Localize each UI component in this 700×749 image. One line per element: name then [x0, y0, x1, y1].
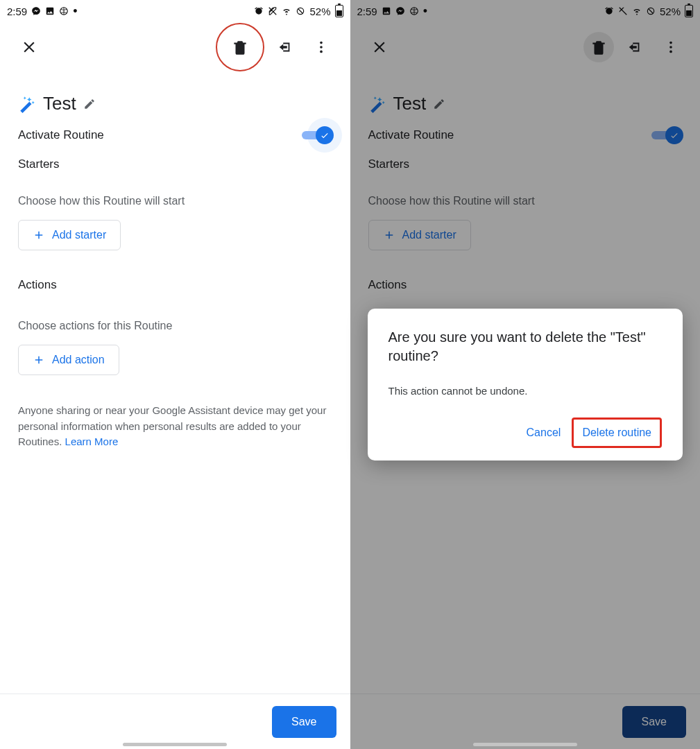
messenger-icon — [395, 6, 405, 16]
actions-heading: Actions — [18, 278, 332, 292]
save-button[interactable]: Save — [622, 706, 686, 738]
messenger-icon — [31, 6, 41, 16]
add-starter-label: Add starter — [52, 229, 106, 241]
add-starter-button[interactable]: Add starter — [368, 220, 471, 250]
footer-bar: Save — [0, 694, 350, 749]
nav-handle[interactable] — [473, 743, 577, 746]
save-button[interactable]: Save — [272, 706, 336, 738]
svg-point-3 — [320, 46, 323, 49]
close-button[interactable] — [364, 32, 395, 62]
overflow-button[interactable] — [656, 32, 686, 62]
routine-name: Test — [393, 93, 427, 114]
check-icon — [669, 130, 679, 140]
learn-more-link[interactable]: Learn More — [65, 436, 119, 447]
close-button[interactable] — [14, 32, 44, 62]
pencil-icon[interactable] — [83, 98, 96, 110]
status-time: 2:59 — [7, 6, 27, 17]
delete-routine-button[interactable]: Delete routine — [572, 417, 662, 448]
activate-row: Activate Routine — [18, 127, 332, 144]
no-signal-icon — [646, 6, 656, 16]
screen-delete-dialog: 2:59 • 52% — [350, 0, 701, 749]
screen-edit-routine: 2:59 • 52% — [0, 0, 350, 749]
app-bar — [0, 22, 350, 72]
disclaimer-text: Anyone sharing or near your Google Assis… — [18, 403, 332, 450]
actions-heading: Actions — [368, 278, 683, 292]
add-starter-button[interactable]: Add starter — [18, 220, 121, 250]
add-action-button[interactable]: Add action — [18, 345, 119, 375]
cancel-button[interactable]: Cancel — [521, 417, 567, 448]
add-to-home-icon — [278, 40, 293, 55]
nav-handle[interactable] — [123, 743, 227, 746]
status-time: 2:59 — [357, 6, 377, 17]
pencil-icon[interactable] — [433, 98, 445, 110]
shortcut-button[interactable] — [620, 32, 650, 62]
vibrate-icon — [268, 6, 278, 16]
plus-icon — [383, 229, 395, 241]
activate-toggle[interactable] — [651, 127, 682, 144]
trash-icon — [231, 38, 249, 56]
status-bar: 2:59 • 52% — [0, 0, 350, 22]
battery-icon — [685, 5, 693, 17]
app-bar — [350, 22, 701, 72]
routine-title-row: Test — [18, 93, 332, 114]
add-to-home-icon — [627, 40, 642, 55]
sports-icon — [59, 6, 69, 16]
check-icon — [320, 130, 330, 140]
delete-button[interactable] — [225, 32, 255, 62]
gallery-icon — [45, 6, 55, 16]
battery-percent: 52% — [309, 6, 330, 17]
delete-button[interactable] — [583, 32, 614, 62]
annotation-circle — [216, 23, 264, 71]
more-notifications-icon: • — [73, 5, 77, 17]
battery-percent: 52% — [660, 6, 681, 17]
delete-confirm-dialog: Are you sure you want to delete the "Tes… — [368, 309, 683, 460]
alarm-icon — [254, 6, 264, 16]
starters-hint: Choose how this Routine will start — [368, 195, 683, 207]
alarm-icon — [604, 6, 614, 16]
more-vert-icon — [314, 40, 329, 55]
status-bar: 2:59 • 52% — [350, 0, 701, 22]
add-action-label: Add action — [52, 354, 105, 366]
svg-point-9 — [669, 51, 672, 53]
activate-row: Activate Routine — [368, 127, 683, 144]
activate-toggle[interactable] — [302, 127, 332, 144]
magic-wand-icon — [368, 95, 386, 113]
actions-hint: Choose actions for this Routine — [18, 320, 332, 332]
more-notifications-icon: • — [423, 5, 427, 17]
content-area: Test Activate Routine Starters Choose ho… — [0, 72, 350, 694]
battery-icon — [335, 5, 343, 17]
svg-point-4 — [320, 51, 323, 53]
plus-icon — [33, 229, 45, 241]
activate-label: Activate Routine — [368, 128, 454, 142]
routine-title-row: Test — [368, 93, 683, 114]
shortcut-button[interactable] — [270, 32, 300, 62]
starters-heading: Starters — [368, 157, 683, 171]
trash-icon — [590, 38, 608, 56]
starters-heading: Starters — [18, 157, 332, 171]
starters-hint: Choose how this Routine will start — [18, 195, 332, 207]
dialog-title: Are you sure you want to delete the "Tes… — [389, 328, 663, 365]
dialog-actions: Cancel Delete routine — [389, 417, 663, 448]
activate-label: Activate Routine — [18, 128, 104, 142]
svg-point-7 — [669, 42, 672, 44]
close-icon — [370, 38, 389, 56]
wifi-icon — [632, 6, 642, 16]
dialog-message: This action cannot be undone. — [389, 385, 663, 397]
magic-wand-icon — [18, 95, 36, 113]
gallery-icon — [382, 6, 391, 16]
add-starter-label: Add starter — [402, 229, 456, 241]
wifi-icon — [282, 6, 291, 16]
overflow-button[interactable] — [306, 32, 336, 62]
more-vert-icon — [663, 40, 678, 55]
no-signal-icon — [296, 6, 305, 16]
vibrate-icon — [618, 6, 628, 16]
svg-point-8 — [669, 46, 672, 49]
footer-bar: Save — [350, 694, 701, 749]
sports-icon — [409, 6, 419, 16]
plus-icon — [33, 354, 45, 366]
routine-name: Test — [43, 93, 76, 114]
close-icon — [20, 38, 38, 56]
svg-point-2 — [320, 42, 323, 44]
